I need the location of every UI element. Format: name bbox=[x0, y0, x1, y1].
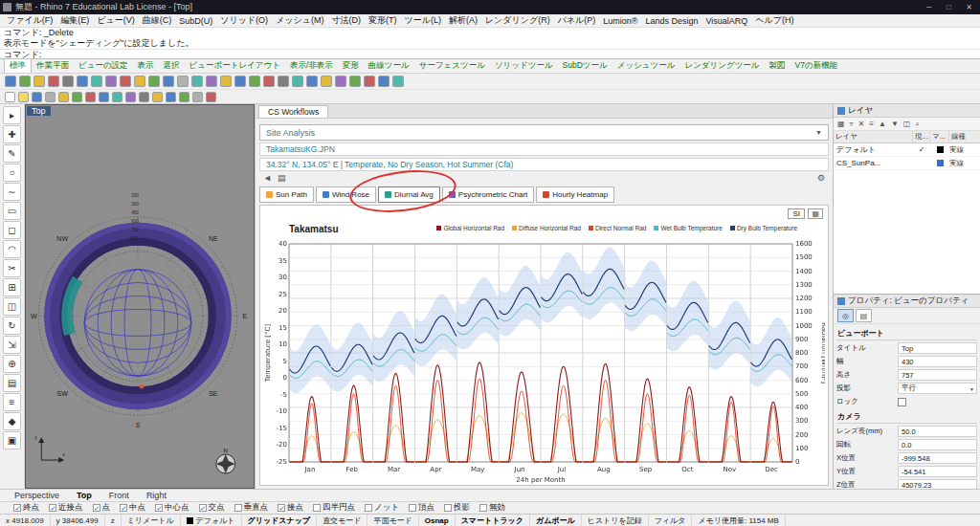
menu-item[interactable]: ソリッド(O) bbox=[216, 14, 272, 27]
layer-color-swatch[interactable] bbox=[930, 146, 949, 153]
osnap-toggle[interactable]: 四半円点 bbox=[313, 502, 355, 514]
side-tool-button[interactable]: ◻ bbox=[3, 221, 21, 239]
properties-tab-icon[interactable]: ▤ bbox=[856, 309, 872, 322]
grid-options-button[interactable]: ▦ bbox=[808, 208, 823, 219]
toolbar-icon[interactable] bbox=[18, 92, 29, 102]
side-tool-button[interactable]: ✎ bbox=[3, 144, 21, 163]
toolbar-icon[interactable] bbox=[139, 92, 149, 102]
checkbox[interactable]: ✓ bbox=[13, 504, 21, 512]
layer-linetype[interactable]: 実線 bbox=[949, 145, 980, 155]
property-value[interactable]: 45079.23 bbox=[898, 479, 977, 489]
layers-toolbar-icon[interactable]: ▿ bbox=[850, 120, 854, 128]
side-tool-button[interactable]: ▭ bbox=[3, 202, 21, 220]
command-prompt[interactable]: コマンド: bbox=[0, 49, 980, 59]
viewport-tab-front[interactable]: Front bbox=[100, 491, 138, 500]
menu-item[interactable]: 解析(A) bbox=[445, 14, 481, 27]
layers-toolbar-icon[interactable]: ◫ bbox=[903, 120, 911, 128]
toolbar-icon[interactable] bbox=[306, 76, 318, 87]
side-tool-button[interactable]: ⇲ bbox=[3, 336, 21, 354]
toolbar-tab[interactable]: 曲線ツール bbox=[364, 59, 414, 73]
toolbar-icon[interactable] bbox=[378, 76, 390, 87]
si-units-button[interactable]: SI bbox=[788, 208, 805, 219]
layers-toolbar-icon[interactable]: ⌕ bbox=[915, 120, 919, 129]
toolbar-tab[interactable]: 選択 bbox=[159, 59, 185, 73]
checkbox[interactable]: ✓ bbox=[49, 504, 56, 512]
layer-current-check[interactable]: ✓ bbox=[913, 145, 930, 154]
tab-psychrometric-chart[interactable]: Psychrometric Chart bbox=[442, 186, 534, 203]
menu-item[interactable]: ビュー(V) bbox=[93, 14, 138, 27]
command-area[interactable]: コマンド: _Delete 表示モードを"シェーディング"に設定しました。 コマ… bbox=[0, 28, 980, 59]
menu-item[interactable]: SubD(U) bbox=[175, 16, 216, 26]
toolbar-tab[interactable]: SubDツール bbox=[558, 59, 612, 73]
properties-tab-icon[interactable]: ◎ bbox=[837, 309, 854, 322]
property-value[interactable]: -54.541 bbox=[898, 466, 977, 477]
toolbar-icon[interactable] bbox=[77, 76, 88, 87]
viewport-tab-perspective[interactable]: Perspective bbox=[6, 491, 68, 500]
property-checkbox[interactable] bbox=[898, 398, 906, 406]
menu-item[interactable]: メッシュ(M) bbox=[272, 14, 327, 27]
toolbar-icon[interactable] bbox=[321, 76, 332, 87]
osnap-toggle[interactable]: ✓点 bbox=[93, 502, 111, 514]
checkbox[interactable]: ✓ bbox=[155, 504, 163, 512]
osnap-toggle[interactable]: ✓接点 bbox=[278, 502, 303, 514]
menu-item[interactable]: Lands Design bbox=[641, 16, 702, 26]
toolbar-icon[interactable] bbox=[5, 92, 15, 102]
side-tool-button[interactable]: ∼ bbox=[3, 183, 21, 201]
status-cell[interactable]: y 38406.499 bbox=[51, 515, 105, 526]
toolbar-icon[interactable] bbox=[249, 76, 260, 87]
layers-toolbar-icon[interactable]: ▲ bbox=[879, 120, 886, 128]
toolbar-icon[interactable] bbox=[91, 76, 102, 87]
menu-item[interactable]: ファイル(F) bbox=[3, 14, 56, 27]
toolbar-tab[interactable]: レンダリングツール bbox=[679, 59, 764, 73]
property-value[interactable]: Top bbox=[898, 342, 977, 354]
tab-cs-workflows[interactable]: CS Workflows bbox=[258, 105, 328, 118]
osnap-toggle[interactable]: 垂直点 bbox=[234, 502, 269, 514]
status-cell[interactable]: x 4918.009 bbox=[0, 515, 51, 526]
status-cell[interactable]: ミリメートル bbox=[122, 515, 181, 526]
side-tool-button[interactable]: ◠ bbox=[3, 240, 21, 258]
checkbox[interactable]: ✓ bbox=[120, 504, 127, 512]
menu-item[interactable]: パネル(P) bbox=[554, 14, 600, 27]
layers-toolbar-icon[interactable]: ▼ bbox=[891, 120, 899, 128]
status-cell[interactable]: 直交モード bbox=[317, 515, 368, 526]
toolbar-icon[interactable] bbox=[99, 92, 109, 102]
status-cell[interactable]: Osnap bbox=[419, 515, 456, 526]
toolbar-icon[interactable] bbox=[163, 76, 174, 87]
toolbar-tab[interactable]: ビューの設定 bbox=[74, 59, 133, 73]
side-tool-button[interactable]: ✂ bbox=[3, 259, 21, 277]
side-tool-button[interactable]: ▣ bbox=[3, 431, 21, 449]
toolbar-icon[interactable] bbox=[72, 92, 82, 102]
toolbar-icon[interactable] bbox=[192, 92, 203, 102]
status-cell[interactable]: ヒストリを記録 bbox=[582, 515, 649, 526]
layer-name[interactable]: CS_SunPa... bbox=[834, 159, 913, 167]
toolbar-icon[interactable] bbox=[105, 76, 117, 87]
toolbar-tab[interactable]: 製図 bbox=[765, 59, 791, 73]
osnap-toggle[interactable]: ✓終点 bbox=[13, 502, 39, 514]
menu-item[interactable]: レンダリング(R) bbox=[481, 14, 554, 27]
toolbar-icon[interactable] bbox=[45, 92, 56, 102]
osnap-toggle[interactable]: 頂点 bbox=[409, 502, 434, 514]
property-value[interactable]: 0.0 bbox=[898, 439, 977, 450]
property-value[interactable]: 50.0 bbox=[898, 426, 977, 437]
toolbar-icon[interactable] bbox=[364, 76, 375, 87]
menu-item[interactable]: ツール(L) bbox=[400, 14, 444, 27]
viewport-tab-top[interactable]: Top bbox=[68, 491, 100, 500]
side-tool-button[interactable]: ▸ bbox=[3, 106, 21, 124]
status-cell[interactable]: フィルタ bbox=[649, 515, 693, 526]
toolbar-icon[interactable] bbox=[62, 76, 74, 87]
layer-name[interactable]: デフォルト bbox=[834, 144, 913, 155]
side-tool-button[interactable]: ≡ bbox=[3, 393, 21, 411]
maximize-button[interactable]: □ bbox=[941, 3, 957, 11]
property-value[interactable]: 430 bbox=[898, 356, 977, 367]
toolbar-icon[interactable] bbox=[152, 92, 163, 102]
toolbar-icon[interactable] bbox=[5, 76, 16, 87]
status-cell[interactable]: スマートトラック bbox=[456, 515, 530, 526]
status-cell[interactable]: メモリ使用量: 1154 MB bbox=[692, 515, 785, 526]
toolbar-tab[interactable]: サーフェスツール bbox=[414, 59, 490, 73]
toolbar-icon[interactable] bbox=[292, 76, 303, 87]
toolbar-icon[interactable] bbox=[33, 76, 45, 87]
toolbar-icon[interactable] bbox=[220, 76, 232, 87]
minimize-button[interactable]: ─ bbox=[921, 3, 937, 11]
toolbar-tab[interactable]: 表示 bbox=[133, 59, 159, 73]
osnap-toggle[interactable]: 投影 bbox=[444, 502, 470, 514]
